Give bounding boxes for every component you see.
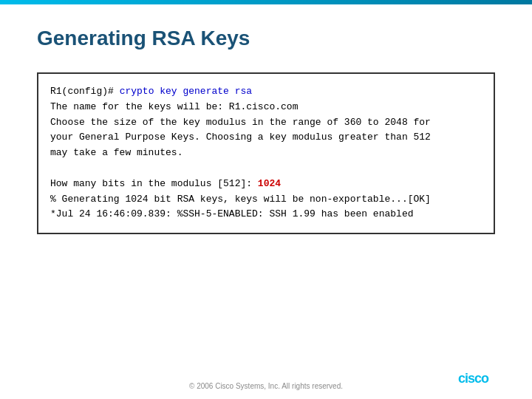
cisco-logo: cisco [458,371,499,393]
cisco-logo-text: cisco [458,371,488,386]
terminal-line-7: % Generating 1024 bit RSA keys, keys wil… [50,192,482,208]
terminal-box: R1(config)# crypto key generate rsa The … [37,72,495,234]
terminal-line-6: How many bits in the modulus [512]: 1024 [50,177,482,192]
terminal-line-2: The name for the keys will be: R1.cisco.… [50,100,482,115]
footer: © 2006 Cisco Systems, Inc. All rights re… [0,382,532,390]
terminal-line-8: *Jul 24 16:46:09.839: %SSH-5-ENABLED: SS… [50,207,482,222]
terminal-line-4: your General Purpose Keys. Choosing a ke… [50,130,482,146]
copyright-text: © 2006 Cisco Systems, Inc. All rights re… [189,382,343,390]
slide-content: Generating RSA Keys R1(config)# crypto k… [0,4,532,249]
terminal-line-3: Choose the size of the key modulus in th… [50,115,482,131]
command-text: crypto key generate rsa [120,86,252,97]
terminal-line-5: may take a few minutes. [50,146,482,161]
terminal-line-blank [50,161,482,177]
prompt: R1(config)# [50,86,120,97]
terminal-line-1: R1(config)# crypto key generate rsa [50,84,482,100]
slide-title: Generating RSA Keys [37,27,495,50]
modulus-value: 1024 [258,178,281,189]
